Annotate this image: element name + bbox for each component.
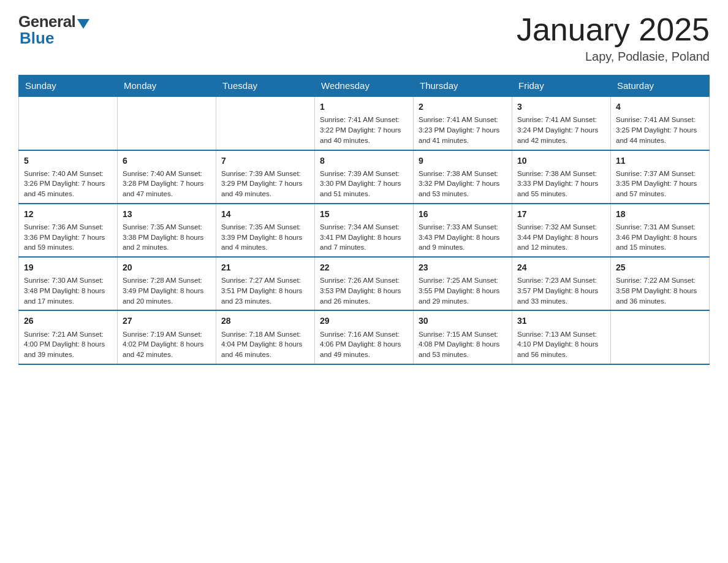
day-number: 26 bbox=[24, 315, 112, 327]
calendar-cell: 12Sunrise: 7:36 AM Sunset: 3:36 PM Dayli… bbox=[19, 204, 118, 257]
day-info: Sunrise: 7:41 AM Sunset: 3:24 PM Dayligh… bbox=[517, 115, 605, 145]
day-number: 29 bbox=[320, 315, 408, 327]
calendar-cell bbox=[216, 96, 315, 150]
calendar-cell: 26Sunrise: 7:21 AM Sunset: 4:00 PM Dayli… bbox=[19, 310, 118, 364]
header-saturday: Saturday bbox=[611, 75, 710, 97]
day-number: 24 bbox=[517, 261, 605, 274]
day-info: Sunrise: 7:38 AM Sunset: 3:33 PM Dayligh… bbox=[517, 169, 605, 199]
calendar-cell: 7Sunrise: 7:39 AM Sunset: 3:29 PM Daylig… bbox=[216, 150, 315, 204]
day-number: 1 bbox=[320, 101, 408, 113]
calendar-cell: 5Sunrise: 7:40 AM Sunset: 3:26 PM Daylig… bbox=[19, 150, 118, 204]
calendar-cell bbox=[611, 310, 710, 364]
calendar-table: SundayMondayTuesdayWednesdayThursdayFrid… bbox=[18, 75, 710, 365]
calendar-cell: 20Sunrise: 7:28 AM Sunset: 3:49 PM Dayli… bbox=[118, 257, 216, 310]
day-number: 17 bbox=[517, 208, 605, 220]
day-info: Sunrise: 7:18 AM Sunset: 4:04 PM Dayligh… bbox=[221, 329, 309, 360]
day-number: 3 bbox=[517, 101, 605, 113]
day-info: Sunrise: 7:37 AM Sunset: 3:35 PM Dayligh… bbox=[616, 169, 704, 199]
day-number: 13 bbox=[123, 208, 211, 220]
day-info: Sunrise: 7:23 AM Sunset: 3:57 PM Dayligh… bbox=[517, 275, 605, 306]
calendar-cell: 14Sunrise: 7:35 AM Sunset: 3:39 PM Dayli… bbox=[216, 204, 315, 257]
calendar-cell: 15Sunrise: 7:34 AM Sunset: 3:41 PM Dayli… bbox=[315, 204, 414, 257]
calendar-cell: 10Sunrise: 7:38 AM Sunset: 3:33 PM Dayli… bbox=[512, 150, 611, 204]
calendar-week-0: 1Sunrise: 7:41 AM Sunset: 3:22 PM Daylig… bbox=[19, 96, 710, 150]
day-number: 6 bbox=[123, 155, 211, 167]
day-info: Sunrise: 7:39 AM Sunset: 3:29 PM Dayligh… bbox=[221, 169, 309, 199]
calendar-cell: 9Sunrise: 7:38 AM Sunset: 3:32 PM Daylig… bbox=[414, 150, 512, 204]
day-info: Sunrise: 7:41 AM Sunset: 3:25 PM Dayligh… bbox=[616, 115, 704, 145]
day-number: 10 bbox=[517, 155, 605, 167]
logo-arrow-icon bbox=[77, 19, 89, 29]
day-info: Sunrise: 7:41 AM Sunset: 3:23 PM Dayligh… bbox=[419, 115, 507, 145]
calendar-header-row: SundayMondayTuesdayWednesdayThursdayFrid… bbox=[19, 75, 710, 97]
day-info: Sunrise: 7:30 AM Sunset: 3:48 PM Dayligh… bbox=[24, 275, 112, 306]
calendar-cell: 25Sunrise: 7:22 AM Sunset: 3:58 PM Dayli… bbox=[611, 257, 710, 310]
day-info: Sunrise: 7:31 AM Sunset: 3:46 PM Dayligh… bbox=[616, 222, 704, 253]
calendar-cell: 4Sunrise: 7:41 AM Sunset: 3:25 PM Daylig… bbox=[611, 96, 710, 150]
day-info: Sunrise: 7:33 AM Sunset: 3:43 PM Dayligh… bbox=[419, 222, 507, 253]
day-info: Sunrise: 7:21 AM Sunset: 4:00 PM Dayligh… bbox=[24, 329, 112, 360]
calendar-cell: 29Sunrise: 7:16 AM Sunset: 4:06 PM Dayli… bbox=[315, 310, 414, 364]
day-info: Sunrise: 7:27 AM Sunset: 3:51 PM Dayligh… bbox=[221, 275, 309, 306]
day-number: 11 bbox=[616, 155, 704, 167]
day-number: 25 bbox=[616, 261, 704, 274]
day-info: Sunrise: 7:41 AM Sunset: 3:22 PM Dayligh… bbox=[320, 115, 408, 145]
day-info: Sunrise: 7:16 AM Sunset: 4:06 PM Dayligh… bbox=[320, 329, 408, 360]
day-number: 30 bbox=[419, 315, 507, 327]
day-number: 8 bbox=[320, 155, 408, 167]
day-info: Sunrise: 7:32 AM Sunset: 3:44 PM Dayligh… bbox=[517, 222, 605, 253]
calendar-cell: 13Sunrise: 7:35 AM Sunset: 3:38 PM Dayli… bbox=[118, 204, 216, 257]
day-number: 19 bbox=[24, 261, 112, 274]
day-number: 4 bbox=[616, 101, 704, 113]
day-info: Sunrise: 7:40 AM Sunset: 3:26 PM Dayligh… bbox=[24, 169, 112, 199]
day-number: 18 bbox=[616, 208, 704, 220]
calendar-week-2: 12Sunrise: 7:36 AM Sunset: 3:36 PM Dayli… bbox=[19, 204, 710, 257]
calendar-cell: 18Sunrise: 7:31 AM Sunset: 3:46 PM Dayli… bbox=[611, 204, 710, 257]
calendar-cell: 1Sunrise: 7:41 AM Sunset: 3:22 PM Daylig… bbox=[315, 96, 414, 150]
calendar-cell bbox=[19, 96, 118, 150]
day-number: 12 bbox=[24, 208, 112, 220]
day-number: 15 bbox=[320, 208, 408, 220]
day-number: 5 bbox=[24, 155, 112, 167]
calendar-cell: 3Sunrise: 7:41 AM Sunset: 3:24 PM Daylig… bbox=[512, 96, 611, 150]
day-info: Sunrise: 7:25 AM Sunset: 3:55 PM Dayligh… bbox=[419, 275, 507, 306]
day-number: 20 bbox=[123, 261, 211, 274]
day-number: 28 bbox=[221, 315, 309, 327]
calendar-subtitle: Lapy, Podlasie, Poland bbox=[517, 50, 710, 64]
calendar-cell: 2Sunrise: 7:41 AM Sunset: 3:23 PM Daylig… bbox=[414, 96, 512, 150]
calendar-cell: 21Sunrise: 7:27 AM Sunset: 3:51 PM Dayli… bbox=[216, 257, 315, 310]
day-number: 2 bbox=[419, 101, 507, 113]
calendar-cell: 27Sunrise: 7:19 AM Sunset: 4:02 PM Dayli… bbox=[118, 310, 216, 364]
calendar-cell: 23Sunrise: 7:25 AM Sunset: 3:55 PM Dayli… bbox=[414, 257, 512, 310]
calendar-cell: 11Sunrise: 7:37 AM Sunset: 3:35 PM Dayli… bbox=[611, 150, 710, 204]
day-number: 9 bbox=[419, 155, 507, 167]
calendar-week-3: 19Sunrise: 7:30 AM Sunset: 3:48 PM Dayli… bbox=[19, 257, 710, 310]
day-number: 27 bbox=[123, 315, 211, 327]
day-info: Sunrise: 7:34 AM Sunset: 3:41 PM Dayligh… bbox=[320, 222, 408, 253]
day-info: Sunrise: 7:35 AM Sunset: 3:39 PM Dayligh… bbox=[221, 222, 309, 253]
day-number: 16 bbox=[419, 208, 507, 220]
day-info: Sunrise: 7:22 AM Sunset: 3:58 PM Dayligh… bbox=[616, 275, 704, 306]
page-header: General Blue January 2025 Lapy, Podlasie… bbox=[18, 12, 710, 64]
day-info: Sunrise: 7:19 AM Sunset: 4:02 PM Dayligh… bbox=[123, 329, 211, 360]
calendar-cell: 8Sunrise: 7:39 AM Sunset: 3:30 PM Daylig… bbox=[315, 150, 414, 204]
day-info: Sunrise: 7:39 AM Sunset: 3:30 PM Dayligh… bbox=[320, 169, 408, 199]
logo-blue-text: Blue bbox=[20, 29, 54, 48]
day-number: 22 bbox=[320, 261, 408, 274]
calendar-cell: 19Sunrise: 7:30 AM Sunset: 3:48 PM Dayli… bbox=[19, 257, 118, 310]
day-info: Sunrise: 7:36 AM Sunset: 3:36 PM Dayligh… bbox=[24, 222, 112, 253]
header-friday: Friday bbox=[512, 75, 611, 97]
calendar-week-1: 5Sunrise: 7:40 AM Sunset: 3:26 PM Daylig… bbox=[19, 150, 710, 204]
calendar-cell: 17Sunrise: 7:32 AM Sunset: 3:44 PM Dayli… bbox=[512, 204, 611, 257]
calendar-week-4: 26Sunrise: 7:21 AM Sunset: 4:00 PM Dayli… bbox=[19, 310, 710, 364]
calendar-title: January 2025 bbox=[517, 12, 710, 47]
calendar-cell: 30Sunrise: 7:15 AM Sunset: 4:08 PM Dayli… bbox=[414, 310, 512, 364]
day-info: Sunrise: 7:28 AM Sunset: 3:49 PM Dayligh… bbox=[123, 275, 211, 306]
title-block: January 2025 Lapy, Podlasie, Poland bbox=[517, 12, 710, 64]
day-info: Sunrise: 7:15 AM Sunset: 4:08 PM Dayligh… bbox=[419, 329, 507, 360]
logo: General Blue bbox=[18, 12, 89, 48]
header-monday: Monday bbox=[118, 75, 216, 97]
header-sunday: Sunday bbox=[19, 75, 118, 97]
calendar-cell: 16Sunrise: 7:33 AM Sunset: 3:43 PM Dayli… bbox=[414, 204, 512, 257]
day-info: Sunrise: 7:40 AM Sunset: 3:28 PM Dayligh… bbox=[123, 169, 211, 199]
